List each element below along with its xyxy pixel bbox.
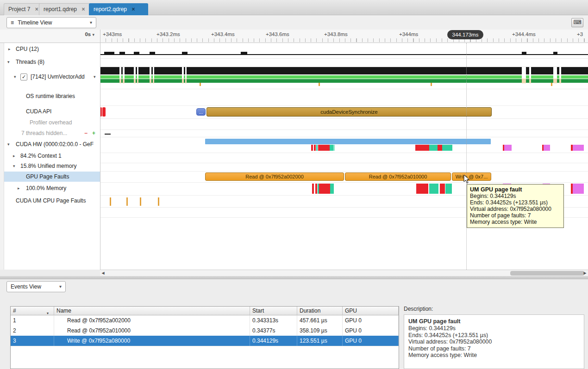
timeline-ruler[interactable]: 0s ▾ +343ms+343.2ms+343.4ms+343.6ms+343.… (0, 30, 588, 43)
tab-close-icon[interactable]: × (80, 6, 85, 12)
os-event-tick[interactable] (319, 83, 320, 86)
sidebar-item-cuda-um-cpu-page-faults[interactable]: CUDA UM CPU Page Faults (0, 196, 100, 206)
scrollbar-thumb[interactable] (510, 271, 584, 276)
gpu-event-segment[interactable] (415, 145, 429, 151)
show-thread-icon[interactable]: + (92, 128, 95, 138)
kernel-execution-bar[interactable] (205, 139, 491, 144)
gpu-event-segment[interactable] (316, 145, 318, 151)
events-view-selector[interactable]: Events View ▾ (6, 281, 66, 292)
os-event-tick[interactable] (200, 83, 201, 86)
os-event-tick[interactable] (431, 83, 432, 86)
memory-transfer-segment[interactable] (330, 184, 334, 194)
description-panel: UM GPU page fault Begins: 0.344129sEnds:… (404, 314, 584, 369)
tab-report2-qdrep[interactable]: report2.qdrep × (89, 3, 148, 15)
sidebar-item-cpu-12[interactable]: ▸CPU (12) (0, 44, 100, 54)
column-header-[interactable]: #▾ (11, 307, 54, 315)
table-row[interactable]: 3Write @ 0x7f952a0800000.344129s123.551 … (11, 336, 399, 346)
gpu-event-segment[interactable] (438, 145, 442, 151)
sidebar-item-cuda-hw-0000-02-00-0-gef[interactable]: ▾CUDA HW (0000:02:00.0 - GeF (0, 139, 100, 149)
chevron-down-icon[interactable]: ▾ (13, 161, 15, 171)
column-header-start[interactable]: Start (250, 307, 297, 315)
scroll-left-arrow-icon[interactable]: ◀ (100, 270, 106, 276)
gpu-event-segment[interactable] (429, 145, 438, 151)
timeline-canvas[interactable]: ▸CPU (12)▾Threads (8)▾✓[7142] UvmVectorA… (0, 43, 588, 270)
sidebar-item-profiler-overhead[interactable]: Profiler overhead (0, 117, 100, 128)
table-row[interactable]: 2Read @ 0x7f952a0100000.34377s358.109 µs… (11, 326, 399, 336)
cpu-page-fault-tick[interactable] (158, 197, 159, 206)
cuda-device-synchronize-bar[interactable]: cudaDeviceSynchronize (206, 107, 492, 117)
pane-splitter[interactable] (0, 276, 588, 279)
sidebar-item-84-2-context-1[interactable]: ▸84.2% Context 1 (0, 151, 100, 161)
timeline-view-selector[interactable]: ≡ Timeline View ▾ (6, 17, 96, 28)
sidebar-divider[interactable] (100, 30, 100, 270)
description-line: Ends: 0.344252s (+123.551 µs) (408, 332, 580, 339)
sidebar-item-15-8-unified-memory[interactable]: ▾15.8% Unified memory (0, 161, 100, 171)
sidebar-item-label: CUDA API (26, 106, 51, 117)
gpu-event-segment[interactable] (573, 145, 584, 151)
sidebar-item-7-threads-hidden[interactable]: 7 threads hidden...−+ (0, 128, 100, 138)
sidebar-item-cuda-api[interactable]: CUDA API (0, 106, 100, 117)
chevron-right-icon[interactable]: ▸ (8, 44, 11, 54)
gpu-event-segment[interactable] (333, 145, 335, 151)
ruler-origin-selector[interactable]: 0s ▾ (85, 31, 94, 37)
cell-duration: 358.109 µs (297, 326, 343, 336)
gpu-event-segment[interactable] (504, 145, 512, 151)
keyboard-shortcuts-button[interactable]: ⌨ (571, 18, 583, 27)
cpu-page-fault-tick[interactable] (110, 197, 111, 206)
os-event-tick[interactable] (551, 83, 552, 86)
column-header-gpu[interactable]: GPU (343, 307, 399, 315)
cuda-api-call-bar[interactable] (102, 107, 106, 117)
sidebar-item-threads-8[interactable]: ▾Threads (8) (0, 57, 100, 67)
memory-transfer-segment[interactable] (319, 184, 330, 194)
thread-gap-marker (137, 79, 138, 83)
tab-label: report2.qdrep (94, 6, 127, 12)
chevron-down-icon: ▾ (92, 32, 94, 37)
scroll-right-arrow-icon[interactable]: ▶ (582, 270, 588, 276)
chevron-right-icon[interactable]: ▸ (13, 151, 15, 161)
memory-transfer-segment[interactable] (440, 184, 445, 194)
thread-gap (153, 67, 154, 79)
thread-checkbox[interactable]: ✓ (20, 74, 27, 80)
gpu-event-segment[interactable] (442, 145, 452, 151)
sidebar-item-os-runtime-libraries[interactable]: OS runtime libraries (0, 91, 100, 101)
thread-state-bar[interactable] (100, 67, 588, 74)
chevron-right-icon[interactable]: ▸ (18, 183, 20, 193)
memory-transfer-segment[interactable] (315, 184, 317, 194)
gpu-page-fault-bar[interactable]: Read @ 0x7f952a002000 (205, 172, 344, 181)
column-header-name[interactable]: Name (54, 307, 250, 315)
gpu-page-fault-bar[interactable]: Write @ 0x7... (452, 172, 491, 181)
collapsed-calls-chip[interactable]: ... (196, 108, 206, 116)
thread-options-caret-icon[interactable]: ▾ (94, 72, 96, 82)
cpu-page-fault-tick[interactable] (140, 197, 141, 206)
cpu-page-fault-tick[interactable] (126, 197, 128, 206)
column-header-duration[interactable]: Duration (297, 307, 343, 315)
memory-transfer-segment[interactable] (445, 184, 452, 194)
gpu-event-segment[interactable] (314, 145, 316, 151)
horizontal-scrollbar[interactable]: ◀ ▶ (100, 270, 588, 277)
gpu-event-segment[interactable] (318, 145, 330, 151)
chevron-down-icon[interactable]: ▾ (14, 72, 16, 82)
thread-running-bar[interactable] (100, 75, 588, 79)
gpu-event-segment[interactable] (544, 145, 550, 151)
tab-close-icon[interactable]: × (130, 6, 135, 12)
memory-transfer-segment[interactable] (312, 184, 314, 194)
hide-thread-icon[interactable]: − (84, 128, 88, 138)
sidebar-item-gpu-page-faults[interactable]: GPU Page Faults (4, 172, 100, 182)
sidebar-item-100-0-memory[interactable]: ▸100.0% Memory (0, 183, 100, 193)
gpu-event-segment[interactable] (330, 145, 333, 151)
memory-transfer-segment[interactable] (416, 184, 428, 194)
table-row[interactable]: 1Read @ 0x7f952a0020000.343313s457.661 µ… (11, 315, 399, 326)
cell-num: 2 (11, 326, 54, 336)
events-table[interactable]: #▾NameStartDurationGPU1Read @ 0x7f952a00… (10, 306, 399, 369)
gpu-page-fault-bar[interactable]: Read @ 0x7f952a010000 (345, 172, 451, 181)
tab-close-icon[interactable]: × (33, 6, 38, 12)
thread-cpu-bar[interactable] (100, 79, 588, 83)
sidebar-item-7142-uvmvectoradd[interactable]: ▾✓[7142] UvmVectorAdd▾ (0, 72, 100, 82)
chevron-down-icon[interactable]: ▾ (7, 57, 10, 67)
memory-transfer-segment[interactable] (429, 184, 438, 194)
gpu-event-segment[interactable] (311, 145, 313, 151)
memory-transfer-segment[interactable] (573, 184, 584, 194)
tab-report1-qdrep[interactable]: report1.qdrep × (39, 3, 96, 15)
chevron-down-icon[interactable]: ▾ (7, 139, 10, 149)
description-line: Memory access type: Write (408, 352, 580, 359)
